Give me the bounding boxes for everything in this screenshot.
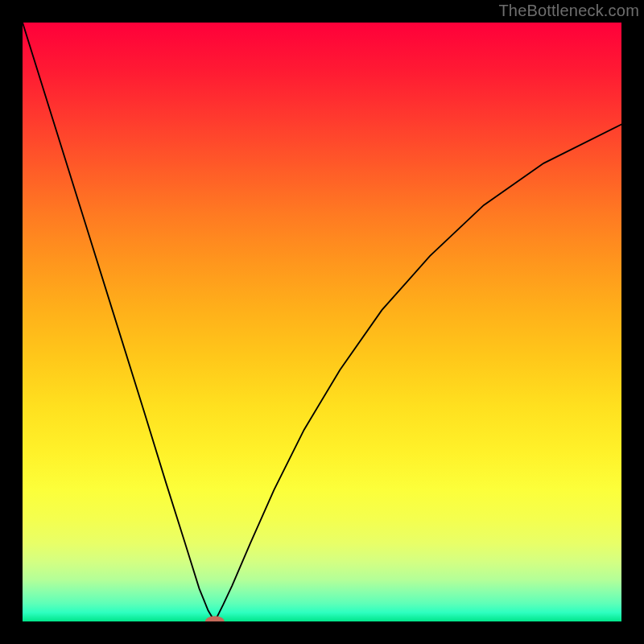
plot-svg [23,23,621,621]
vertex-marker [205,616,225,621]
plot-area [23,23,621,621]
curve-right-branch [215,124,621,621]
watermark-text: TheBottleneck.com [498,2,639,20]
chart-frame: TheBottleneck.com [0,0,644,644]
curve-left-branch [23,23,215,621]
